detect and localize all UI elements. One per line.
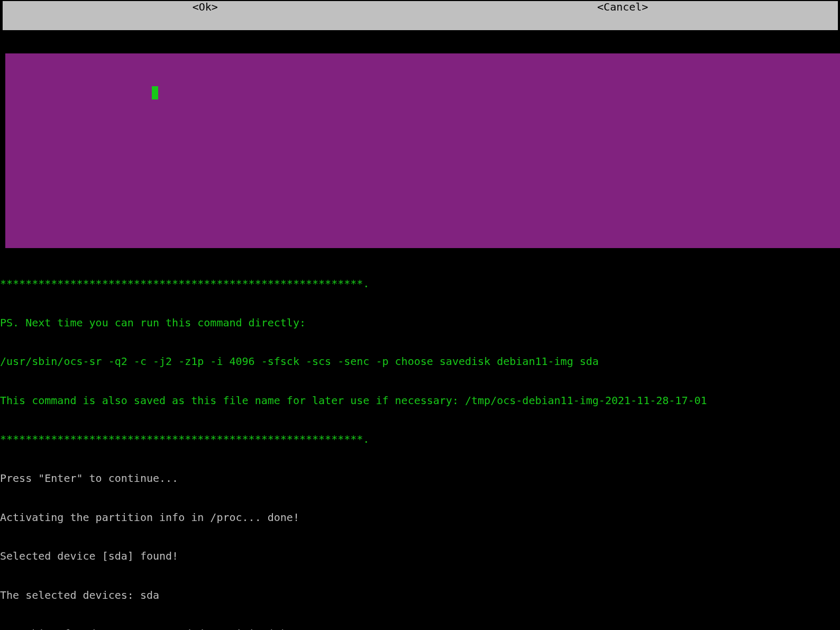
press-enter-line: Press "Enter" to continue... — [0, 472, 840, 485]
searching-line: Searching for data/swap/extended partiti… — [0, 627, 840, 630]
background-panel — [5, 53, 840, 248]
cursor-icon — [152, 86, 158, 99]
dialog-button-row: <Ok> <Cancel> — [3, 1, 838, 14]
saved-as-line: This command is also saved as this file … — [0, 394, 840, 407]
selected-device-line: Selected device [sda] found! — [0, 550, 840, 563]
black-strip — [5, 32, 840, 53]
separator-line: ****************************************… — [0, 277, 840, 290]
cancel-button[interactable]: <Cancel> — [597, 1, 648, 14]
terminal-output: ****************************************… — [0, 251, 840, 630]
separator-line: ****************************************… — [0, 433, 840, 446]
activating-line: Activating the partition info in /proc..… — [0, 511, 840, 524]
selected-devices-line: The selected devices: sda — [0, 589, 840, 602]
ok-button[interactable]: <Ok> — [193, 1, 218, 14]
command-line: /usr/sbin/ocs-sr -q2 -c -j2 -z1p -i 4096… — [0, 355, 840, 368]
ps-hint-line: PS. Next time you can run this command d… — [0, 316, 840, 330]
dialog-button-bar: <Ok> <Cancel> — [2, 0, 839, 31]
